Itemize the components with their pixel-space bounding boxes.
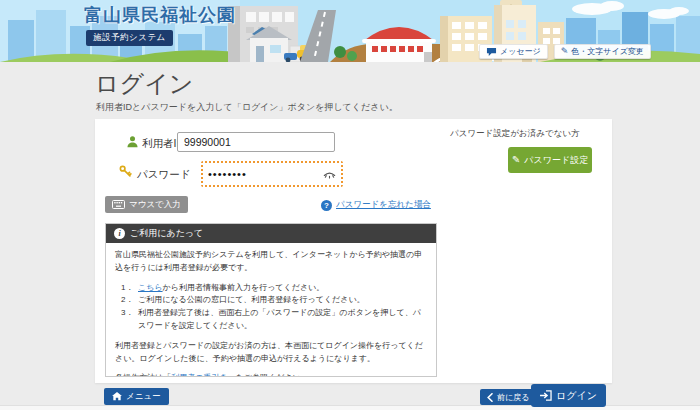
usage-notice-header: i ご利用にあたって — [106, 224, 436, 243]
pencil-icon: ✎ — [512, 155, 520, 165]
key-icon — [119, 165, 132, 178]
header: 富山県民福祉公園 施設予約システム メッセージ ✎ 色・文字サイズ変更 — [0, 0, 700, 62]
notice-steps: こちらから利用者情報事前入力を行ってください。 ご利用になる公園の窓口にて、利用… — [115, 282, 427, 333]
menu-button-label: メニュー — [126, 391, 161, 403]
notice-guide-line: 各操作方法は「利用者の手引き」をご参照ください。 — [115, 372, 427, 377]
question-icon: ? — [321, 200, 332, 211]
login-button[interactable]: ログイン — [531, 384, 606, 407]
guide-post: 」をご参照ください。 — [228, 373, 309, 377]
page-title: ログイン — [95, 68, 193, 100]
guide-pre: 各操作方法は「 — [115, 373, 171, 377]
message-button-label: メッセージ — [500, 46, 541, 57]
usage-notice: i ご利用にあたって 富山県民福祉公園施設予約システムを利用して、インターネット… — [105, 223, 437, 377]
login-card: 利用者ID パスワード マウスで入力 ? パスワードを忘れた場合 — [95, 119, 612, 383]
back-button-label: 前に戻る — [497, 392, 529, 403]
header-actions: メッセージ ✎ 色・文字サイズ変更 — [479, 44, 651, 59]
sign-in-icon — [540, 390, 552, 401]
mouse-input-button[interactable]: マウスで入力 — [105, 196, 188, 213]
forgot-password-label: パスワードを忘れた場合 — [336, 199, 431, 211]
pencil-icon: ✎ — [561, 47, 569, 56]
password-setup-label: パスワード設定 — [524, 154, 588, 167]
system-badge: 施設予約システム — [86, 30, 173, 46]
notice-step-1-text: から利用者情報事前入力を行ってください。 — [163, 283, 325, 292]
eye-off-icon[interactable] — [323, 170, 336, 179]
password-label: パスワード — [137, 168, 190, 182]
login-button-label: ログイン — [556, 389, 597, 403]
notice-body2: 利用者登録とパスワードの設定がお済の方は、本画面にてログイン操作を行ってください… — [115, 340, 427, 366]
user-icon — [126, 135, 139, 148]
display-settings-label: 色・文字サイズ変更 — [571, 46, 644, 57]
notice-step-3: 利用者登録完了後は、画面右上の「パスワードの設定」のボタンを押して、パスワードを… — [121, 307, 427, 333]
back-button[interactable]: 前に戻る — [480, 389, 536, 405]
user-id-input[interactable] — [177, 132, 335, 152]
usage-notice-title: ご利用にあたって — [130, 227, 203, 240]
house-icon — [112, 392, 122, 401]
site-title: 富山県民福祉公園 — [84, 3, 236, 27]
password-input[interactable] — [203, 168, 307, 180]
menu-button[interactable]: メニュー — [104, 388, 169, 405]
password-setup-button[interactable]: ✎ パスワード設定 — [508, 147, 592, 173]
user-guide-link[interactable]: 利用者の手引き — [171, 373, 227, 377]
message-button[interactable]: メッセージ — [479, 44, 548, 59]
usage-notice-body: 富山県民福祉公園施設予約システムを利用して、インターネットから予約や抽選の申込を… — [106, 243, 436, 377]
notice-intro: 富山県民福祉公園施設予約システムを利用して、インターネットから予約や抽選の申込を… — [115, 249, 427, 275]
notice-step-1: こちらから利用者情報事前入力を行ってください。 — [121, 282, 427, 295]
page-subtitle: 利用者IDとパスワードを入力して「ログイン」ボタンを押してください。 — [96, 101, 398, 114]
speech-bubble-icon — [486, 47, 497, 57]
display-settings-button[interactable]: ✎ 色・文字サイズ変更 — [554, 44, 651, 59]
password-field-wrapper — [201, 161, 343, 187]
forgot-password-link[interactable]: ? パスワードを忘れた場合 — [321, 199, 431, 211]
keyboard-icon — [112, 200, 125, 209]
mouse-input-label: マウスで入力 — [129, 199, 181, 211]
pre-entry-link[interactable]: こちら — [138, 283, 163, 292]
info-icon: i — [114, 228, 125, 239]
password-setup-note: パスワード設定がお済みでない方 — [450, 128, 580, 140]
chevron-left-icon — [487, 393, 493, 402]
notice-step-2: ご利用になる公園の窓口にて、利用者登録を行ってください。 — [121, 294, 427, 307]
